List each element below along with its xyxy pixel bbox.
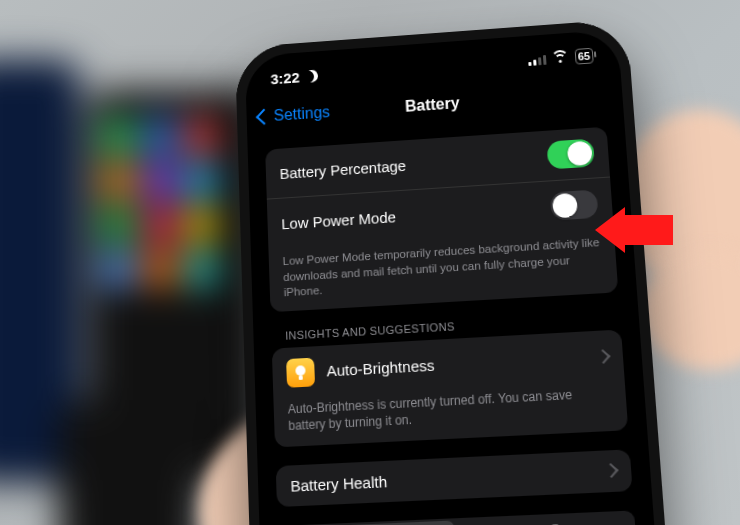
screen: 3:22 65 Settings Battery	[249, 33, 661, 525]
segmented-control-timeframe[interactable]: Last 24 Hours Last 10 Days	[278, 510, 637, 525]
page-title: Battery	[405, 94, 460, 115]
battery-indicator: 65	[574, 48, 593, 65]
chevron-left-icon	[256, 109, 272, 125]
segment-last-10d[interactable]: Last 10 Days	[454, 513, 634, 525]
row-label: Low Power Mode	[281, 208, 396, 232]
group-battery-health: Battery Health	[276, 449, 633, 507]
iphone-frame: 3:22 65 Settings Battery	[235, 19, 677, 525]
chevron-right-icon	[596, 349, 611, 364]
lightbulb-icon	[286, 357, 315, 387]
row-label: Auto-Brightness	[326, 356, 435, 379]
row-label: Battery Health	[290, 472, 387, 494]
group-insights: Auto-Brightness Auto-Brightness is curre…	[272, 329, 629, 447]
status-time: 3:22	[270, 68, 300, 86]
toggle-low-power-mode[interactable]	[550, 189, 599, 220]
back-button[interactable]: Settings	[258, 103, 330, 125]
row-label: Battery Percentage	[279, 156, 406, 181]
row-battery-health[interactable]: Battery Health	[276, 449, 633, 507]
back-label: Settings	[273, 103, 330, 124]
toggle-battery-percentage[interactable]	[547, 139, 595, 170]
chevron-right-icon	[604, 463, 619, 478]
content-scroll[interactable]: Battery Percentage Low Power Mode Low Po…	[251, 120, 660, 525]
segment-last-24h[interactable]: Last 24 Hours	[280, 520, 456, 525]
group-battery-options: Battery Percentage Low Power Mode Low Po…	[265, 127, 618, 312]
cellular-signal-icon	[528, 54, 547, 66]
do-not-disturb-icon	[303, 67, 319, 84]
wifi-icon	[552, 51, 568, 64]
